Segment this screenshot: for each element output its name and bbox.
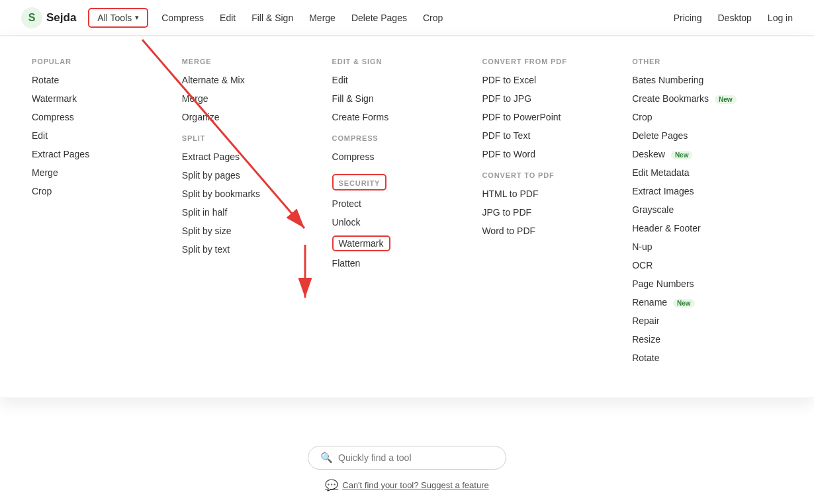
col-edit-sign-header: EDIT & SIGN xyxy=(332,58,482,65)
suggest-icon: 💬 xyxy=(325,479,338,491)
menu-rotate[interactable]: Rotate xyxy=(32,75,182,85)
menu-pdf-jpg[interactable]: PDF to JPG xyxy=(482,93,632,104)
menu-repair[interactable]: Repair xyxy=(632,315,782,326)
col-merge-header: MERGE xyxy=(182,58,332,65)
menu-deskew[interactable]: Deskew New xyxy=(632,149,782,159)
menu-pdf-ppt[interactable]: PDF to PowerPoint xyxy=(482,112,632,122)
badge-new-rename: New xyxy=(673,299,695,308)
col-popular: POPULAR Rotate Watermark Compress Edit E… xyxy=(32,58,182,371)
menu-html-pdf[interactable]: HTML to PDF xyxy=(482,189,632,199)
menu-unlock[interactable]: Unlock xyxy=(332,217,482,228)
search-input[interactable] xyxy=(338,452,494,463)
nav-delete-pages[interactable]: Delete Pages xyxy=(351,13,407,23)
col-split-header: SPLIT xyxy=(182,134,332,142)
menu-split-text[interactable]: Split by text xyxy=(182,244,332,255)
col-compress-header: COMPRESS xyxy=(332,134,482,142)
menu-jpg-pdf[interactable]: JPG to PDF xyxy=(482,207,632,218)
menu-extract-pages[interactable]: Extract Pages xyxy=(32,149,182,159)
main-nav: Compress Edit Fill & Sign Merge Delete P… xyxy=(161,13,443,23)
header: S Sejda All Tools ▾ Compress Edit Fill &… xyxy=(0,0,814,36)
menu-bates[interactable]: Bates Numbering xyxy=(632,75,782,85)
menu-edit2[interactable]: Edit xyxy=(332,75,482,85)
menu-rename[interactable]: Rename New xyxy=(632,297,782,308)
col-merge-split: MERGE Alternate & Mix Merge Organize SPL… xyxy=(182,58,332,371)
compress-section: COMPRESS Compress xyxy=(332,134,482,162)
menu-header-footer[interactable]: Header & Footer xyxy=(632,223,782,233)
menu-protect[interactable]: Protect xyxy=(332,198,482,209)
split-section: SPLIT Extract Pages Split by pages Split… xyxy=(182,134,332,255)
menu-edit-metadata[interactable]: Edit Metadata xyxy=(632,167,782,178)
convert-to-section: CONVERT TO PDF HTML to PDF JPG to PDF Wo… xyxy=(482,171,632,236)
search-area: 🔍 💬 Can't find your tool? Suggest a feat… xyxy=(0,419,814,504)
watermark-box: Watermark xyxy=(332,235,390,251)
nav-right: Pricing Desktop Log in xyxy=(674,13,793,23)
menu-pdf-word[interactable]: PDF to Word xyxy=(482,149,632,159)
search-bar: 🔍 xyxy=(308,446,506,470)
nav-crop[interactable]: Crop xyxy=(423,13,443,23)
logo-icon: S xyxy=(21,7,42,28)
menu-split-bookmarks[interactable]: Split by bookmarks xyxy=(182,189,332,199)
menu-merge2[interactable]: Merge xyxy=(182,93,332,104)
menu-pdf-text[interactable]: PDF to Text xyxy=(482,130,632,141)
menu-rotate2[interactable]: Rotate xyxy=(632,353,782,363)
menu-crop2[interactable]: Crop xyxy=(632,112,782,122)
menu-flatten[interactable]: Flatten xyxy=(332,258,482,269)
col-popular-header: POPULAR xyxy=(32,58,182,65)
page-wrapper: S Sejda All Tools ▾ Compress Edit Fill &… xyxy=(0,0,814,504)
nav-desktop[interactable]: Desktop xyxy=(717,13,751,23)
security-box: SECURITY xyxy=(332,174,387,190)
menu-merge[interactable]: Merge xyxy=(32,167,182,178)
menu-fill-sign[interactable]: Fill & Sign xyxy=(332,93,482,104)
col-convert: CONVERT FROM PDF PDF to Excel PDF to JPG… xyxy=(482,58,632,371)
menu-grayscale[interactable]: Grayscale xyxy=(632,204,782,215)
nav-merge[interactable]: Merge xyxy=(309,13,336,23)
menu-split-pages[interactable]: Split by pages xyxy=(182,170,332,181)
suggest-feature-link[interactable]: 💬 Can't find your tool? Suggest a featur… xyxy=(325,479,488,491)
menu-extract-pages2[interactable]: Extract Pages xyxy=(182,151,332,162)
menu-word-pdf[interactable]: Word to PDF xyxy=(482,226,632,236)
nav-compress[interactable]: Compress xyxy=(161,13,204,23)
menu-delete-pages2[interactable]: Delete Pages xyxy=(632,130,782,141)
menu-compress[interactable]: Compress xyxy=(32,112,182,122)
nav-pricing[interactable]: Pricing xyxy=(674,13,702,23)
menu-extract-images[interactable]: Extract Images xyxy=(632,186,782,196)
nav-fill-sign[interactable]: Fill & Sign xyxy=(251,13,293,23)
col-convert-to-header: CONVERT TO PDF xyxy=(482,171,632,179)
badge-new-bookmarks: New xyxy=(715,95,737,104)
menu-split-size[interactable]: Split by size xyxy=(182,226,332,236)
col-other-header: OTHER xyxy=(632,58,782,65)
logo-name: Sejda xyxy=(46,11,76,24)
badge-new-deskew: New xyxy=(671,151,693,159)
menu-organize[interactable]: Organize xyxy=(182,112,332,122)
all-tools-label: All Tools xyxy=(97,13,132,23)
col-security-header: SECURITY xyxy=(339,179,381,187)
menu-watermark[interactable]: Watermark xyxy=(32,93,182,104)
menu-create-forms[interactable]: Create Forms xyxy=(332,112,482,122)
menu-page-numbers[interactable]: Page Numbers xyxy=(632,278,782,289)
menu-watermark2[interactable]: Watermark xyxy=(339,238,384,249)
search-icon: 🔍 xyxy=(320,452,333,464)
menu-pdf-excel[interactable]: PDF to Excel xyxy=(482,75,632,85)
menu-ocr[interactable]: OCR xyxy=(632,260,782,271)
nav-login[interactable]: Log in xyxy=(768,13,793,23)
menu-crop[interactable]: Crop xyxy=(32,186,182,196)
chevron-down-icon: ▾ xyxy=(135,13,139,22)
col-other: OTHER Bates Numbering Create Bookmarks N… xyxy=(632,58,782,371)
menu-resize[interactable]: Resize xyxy=(632,334,782,345)
logo-area: S Sejda xyxy=(21,7,76,28)
menu-compress2[interactable]: Compress xyxy=(332,151,482,162)
all-tools-button[interactable]: All Tools ▾ xyxy=(88,8,148,28)
menu-edit[interactable]: Edit xyxy=(32,130,182,141)
menu-alternate-mix[interactable]: Alternate & Mix xyxy=(182,75,332,85)
suggest-text: Can't find your tool? Suggest a feature xyxy=(342,480,488,490)
dropdown-menu: POPULAR Rotate Watermark Compress Edit E… xyxy=(0,36,814,398)
menu-split-half[interactable]: Split in half xyxy=(182,207,332,218)
col-convert-from-header: CONVERT FROM PDF xyxy=(482,58,632,65)
nav-edit[interactable]: Edit xyxy=(220,13,236,23)
menu-nup[interactable]: N-up xyxy=(632,241,782,252)
menu-create-bookmarks[interactable]: Create Bookmarks New xyxy=(632,93,782,104)
col-edit-sign: EDIT & SIGN Edit Fill & Sign Create Form… xyxy=(332,58,482,371)
security-section: SECURITY Protect Unlock Watermark Flatte… xyxy=(332,174,482,269)
